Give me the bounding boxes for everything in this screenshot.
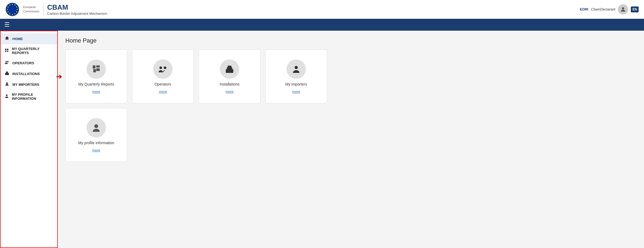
cards-row-2: My profile information more <box>65 108 636 162</box>
svg-point-29 <box>159 66 162 69</box>
sidebar-item-installations[interactable]: INSTALLATIONS <box>1 68 57 79</box>
sidebar-item-quarterly-reports-label: MY QUARTERLY REPORTS <box>12 47 53 55</box>
svg-point-34 <box>295 66 298 69</box>
svg-point-30 <box>164 66 166 69</box>
svg-rect-25 <box>93 65 95 69</box>
sidebar-item-operators[interactable]: OPERATORS <box>1 58 57 68</box>
my-profile-icon <box>4 94 9 99</box>
my-importers-card-label: My importers <box>285 82 307 86</box>
svg-rect-14 <box>5 49 6 50</box>
my-importers-card-more[interactable]: more <box>292 90 300 94</box>
app-name: CBAM <box>47 3 107 12</box>
svg-point-9 <box>8 11 9 12</box>
svg-point-11 <box>8 6 9 8</box>
card-arrow-quarterly: ➜ <box>56 72 62 81</box>
hamburger-menu[interactable]: ☰ <box>4 21 10 28</box>
svg-point-13 <box>622 7 624 9</box>
sidebar-item-my-importers[interactable]: MY IMPORTERS <box>1 79 57 90</box>
svg-rect-20 <box>5 73 9 75</box>
svg-rect-26 <box>93 69 96 72</box>
navbar: ☰ <box>0 19 644 31</box>
sidebar-item-my-profile-label: MY PROFILE INFORMATION <box>12 93 53 101</box>
my-importers-icon <box>4 82 10 87</box>
svg-rect-31 <box>226 69 233 73</box>
operators-card-label: Operators <box>155 82 171 86</box>
cards-row-1: ➜ My Quarterly Reports more <box>65 49 636 103</box>
my-profile-card-icon <box>87 118 106 137</box>
installations-card-label: Installations <box>220 82 239 86</box>
quarterly-reports-icon <box>4 48 9 54</box>
quarterly-reports-card-label: My Quarterly Reports <box>78 82 114 86</box>
sidebar-item-operators-label: OPERATORS <box>12 61 34 65</box>
svg-point-18 <box>6 61 7 62</box>
eori-label: EORI <box>580 7 588 11</box>
svg-point-19 <box>7 61 9 62</box>
app-subtitle: Carbon Border Adjustment Mechanism <box>47 12 107 16</box>
home-icon <box>4 36 10 41</box>
sidebar-item-home-label: HOME <box>12 37 23 41</box>
quarterly-reports-card-icon <box>87 59 106 79</box>
svg-rect-15 <box>7 49 8 50</box>
svg-point-35 <box>94 124 98 128</box>
header-right: EORI CbamDeclarant EN <box>580 4 639 15</box>
svg-point-7 <box>12 14 13 15</box>
sidebar-item-installations-label: INSTALLATIONS <box>12 72 40 76</box>
sidebar: HOME MY QUARTERLY REPORTS <box>0 31 58 248</box>
sidebar-item-home[interactable]: HOME <box>1 33 57 44</box>
svg-point-5 <box>16 11 17 12</box>
card-my-profile-info[interactable]: My profile information more <box>65 108 127 162</box>
svg-rect-27 <box>96 65 100 68</box>
header-left: European Commission CBAM Carbon Border A… <box>5 2 107 16</box>
header-title: CBAM Carbon Border Adjustment Mechanism <box>47 3 107 16</box>
svg-point-10 <box>7 9 8 10</box>
svg-point-3 <box>16 6 17 8</box>
card-installations[interactable]: Installations more <box>199 49 260 103</box>
svg-point-12 <box>9 4 10 5</box>
my-profile-card-more[interactable]: more <box>92 148 100 152</box>
user-name: CbamDeclarant <box>591 7 615 11</box>
svg-point-23 <box>6 82 8 84</box>
lang-badge[interactable]: EN <box>631 6 639 12</box>
svg-point-1 <box>12 4 13 5</box>
svg-point-8 <box>9 13 10 14</box>
main-content: Home Page ➜ My Quarterly Reports more <box>58 31 644 248</box>
sidebar-item-my-importers-label: MY IMPORTERS <box>12 83 39 87</box>
installations-icon <box>4 71 10 76</box>
svg-rect-32 <box>227 67 232 69</box>
eu-logo <box>5 2 19 16</box>
operators-card-icon <box>153 59 173 79</box>
svg-point-4 <box>17 9 18 10</box>
svg-rect-33 <box>228 66 231 68</box>
card-operators[interactable]: Operators more <box>132 49 194 103</box>
operators-card-more[interactable]: more <box>159 90 167 94</box>
svg-rect-22 <box>6 71 8 72</box>
svg-point-6 <box>15 13 16 14</box>
sidebar-item-my-profile[interactable]: MY PROFILE INFORMATION <box>1 90 57 103</box>
svg-rect-16 <box>5 51 6 52</box>
svg-point-24 <box>6 94 8 96</box>
installations-card-icon <box>220 59 239 79</box>
svg-point-2 <box>15 4 16 5</box>
my-profile-card-label: My profile information <box>78 141 114 145</box>
quarterly-reports-card-more[interactable]: more <box>92 90 100 94</box>
ec-label: European Commission <box>23 5 40 13</box>
svg-rect-17 <box>7 51 8 52</box>
operators-icon <box>4 60 10 66</box>
avatar[interactable] <box>618 4 628 15</box>
sidebar-item-quarterly-reports[interactable]: MY QUARTERLY REPORTS <box>1 44 57 58</box>
header-divider <box>43 3 44 15</box>
my-importers-card-icon <box>287 59 306 79</box>
installations-card-more[interactable]: more <box>226 90 234 94</box>
svg-rect-28 <box>96 68 100 71</box>
layout: HOME MY QUARTERLY REPORTS <box>0 31 644 248</box>
card-my-importers[interactable]: My importers more <box>265 49 327 103</box>
page-title: Home Page <box>65 37 636 44</box>
header: European Commission CBAM Carbon Border A… <box>0 0 644 19</box>
card-quarterly-reports[interactable]: ➜ My Quarterly Reports more <box>65 49 127 103</box>
